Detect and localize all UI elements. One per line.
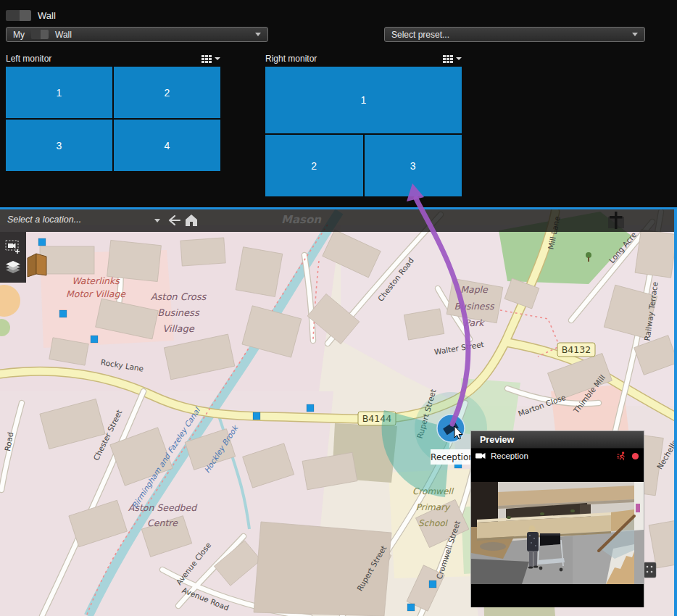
map-side-tools <box>0 232 26 283</box>
monitor-left: Left monitor 1 2 3 4 <box>6 51 220 171</box>
recording-indicator-icon <box>631 452 639 460</box>
back-button[interactable] <box>165 212 182 228</box>
wall-tile-drop-target[interactable]: 3 <box>365 135 462 196</box>
map-toolbar: Select a location... Mason <box>0 209 677 232</box>
smart-client-window: Wall My Wall Select preset... Left monit… <box>0 0 677 616</box>
layout-grid-button[interactable] <box>202 55 220 63</box>
home-button[interactable] <box>184 212 199 228</box>
layers-tool[interactable] <box>6 261 20 275</box>
camera-name: Reception <box>491 451 528 460</box>
svg-text:B4132: B4132 <box>562 344 591 355</box>
map-label: Waterlinks <box>72 275 120 286</box>
panel-edge-highlight <box>674 209 677 616</box>
layout-grid-button[interactable] <box>443 55 462 63</box>
camera-video-feed[interactable] <box>471 463 644 607</box>
book-icon <box>28 254 46 277</box>
wall-selector-prefix: My <box>13 30 25 40</box>
chevron-down-icon[interactable] <box>154 219 160 222</box>
monitor-right-title: Right monitor <box>265 54 317 64</box>
chevron-down-icon <box>255 33 261 36</box>
wall-tile[interactable]: 4 <box>114 120 220 171</box>
motion-indicator-icon <box>617 451 626 461</box>
chevron-down-icon <box>632 33 638 36</box>
chevron-down-icon <box>215 57 220 60</box>
map-label: School <box>418 518 449 528</box>
map-label: Primary <box>416 502 451 512</box>
wall-tile[interactable]: 2 <box>114 67 220 118</box>
wall-tile[interactable]: 3 <box>6 120 112 171</box>
video-frame <box>471 463 644 607</box>
svg-text:Reception: Reception <box>431 452 474 462</box>
grid-layout-icon <box>202 55 212 63</box>
monitor-right: Right monitor 1 2 3 <box>265 51 462 196</box>
map-label: Business <box>454 301 495 312</box>
wall-toggle[interactable] <box>6 10 31 21</box>
preview-title: Preview <box>471 431 644 449</box>
wall-tile[interactable]: 1 <box>265 67 462 133</box>
church-cross-icon <box>607 211 625 231</box>
camera-icon <box>475 452 486 459</box>
map-label: Village <box>162 323 195 334</box>
camera-map-label: Reception <box>431 449 474 465</box>
wall-selector-value: Wall <box>55 30 72 40</box>
tree-icon <box>586 252 591 258</box>
chevron-down-icon <box>456 57 462 60</box>
preset-selector-dropdown[interactable]: Select preset... <box>384 27 645 42</box>
wall-selector-dropdown[interactable]: My Wall <box>6 27 268 42</box>
monitor-left-title: Left monitor <box>6 54 51 64</box>
reception-camera-marker[interactable] <box>437 415 465 442</box>
camera-title-bar: Reception <box>471 449 644 463</box>
map-mini-icon <box>644 562 656 578</box>
wall-tile[interactable]: 1 <box>6 67 112 118</box>
preview-popup: Preview Reception <box>470 430 644 607</box>
map-label: Centre <box>147 517 178 528</box>
map-label: Park <box>464 317 485 328</box>
wall-toggle-label: Wall <box>38 10 56 21</box>
wall-tile[interactable]: 2 <box>265 135 363 196</box>
map-label-mason: Mason <box>281 213 321 226</box>
select-cameras-tool[interactable] <box>5 240 21 254</box>
grid-layout-icon <box>443 55 453 63</box>
map-label: Business <box>157 307 200 318</box>
map-label: Aston Cross <box>151 291 207 302</box>
preset-placeholder: Select preset... <box>391 30 449 40</box>
location-select[interactable]: Select a location... <box>7 215 81 225</box>
wall-icon <box>31 30 49 39</box>
wall-toggle-row: Wall <box>6 10 56 21</box>
map-label: Motor Village <box>66 288 126 299</box>
map-label: Maple <box>460 284 489 295</box>
